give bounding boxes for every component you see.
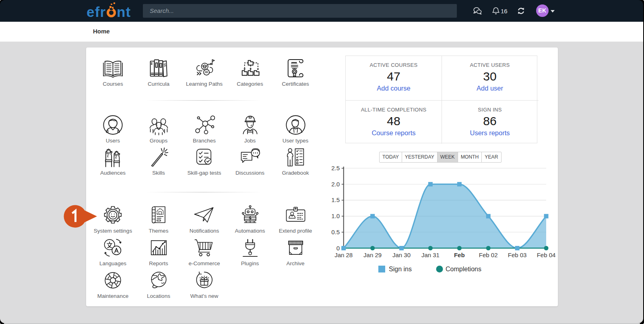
svg-text:2.5: 2.5: [331, 165, 340, 171]
svg-text:1.0: 1.0: [331, 213, 340, 219]
svg-text:Jan 29: Jan 29: [363, 252, 382, 258]
svg-text:Feb 04: Feb 04: [537, 252, 555, 258]
svg-text:Sign ins: Sign ins: [389, 266, 412, 272]
svg-text:0: 0: [336, 245, 340, 252]
svg-text:0.5: 0.5: [331, 229, 340, 235]
svg-text:Jan 30: Jan 30: [392, 252, 411, 258]
svg-text:Feb 03: Feb 03: [508, 252, 527, 258]
svg-text:Feb: Feb: [454, 252, 465, 258]
svg-text:2.0: 2.0: [331, 181, 340, 188]
svg-text:Jan 31: Jan 31: [421, 252, 440, 258]
svg-text:Completions: Completions: [446, 266, 481, 272]
svg-text:Feb 02: Feb 02: [479, 252, 498, 258]
svg-text:1.5: 1.5: [331, 196, 340, 203]
svg-text:Jan 28: Jan 28: [334, 252, 353, 258]
